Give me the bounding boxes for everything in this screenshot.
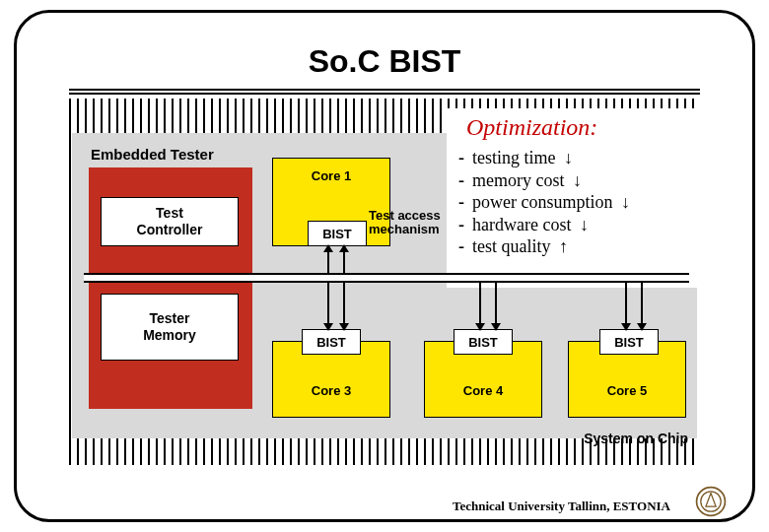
bist-core-3: BIST <box>302 329 361 355</box>
connector <box>625 283 627 329</box>
optimization-item: -test quality ↑ <box>458 235 703 258</box>
connector <box>327 283 329 329</box>
arrowhead-icon <box>323 323 333 331</box>
connector <box>479 283 481 329</box>
connector <box>343 283 345 329</box>
optimization-list: -testing time ↓-memory cost ↓-power cons… <box>447 147 703 258</box>
slide-title: So.C BIST <box>0 43 769 80</box>
arrowhead-icon <box>621 323 631 331</box>
connector <box>495 283 497 329</box>
test-access-label: Test access mechanism <box>369 209 441 237</box>
arrowhead-icon <box>339 323 349 331</box>
optimization-item-text: testing time ↓ <box>472 147 573 169</box>
bullet-dash: - <box>458 147 472 169</box>
arrowhead-icon <box>637 323 647 331</box>
optimization-item: -hardware cost ↓ <box>458 214 703 236</box>
bullet-dash: - <box>458 191 472 214</box>
footer-text: Technical University Tallinn, ESTONIA <box>0 499 769 514</box>
test-controller-label: Test Controller <box>137 205 203 238</box>
optimization-item-text: hardware cost ↓ <box>472 214 589 236</box>
title-rule-1 <box>69 89 700 91</box>
tester-memory-label: Tester Memory <box>143 310 196 344</box>
arrowhead-icon <box>323 244 333 252</box>
bist-core-4: BIST <box>454 329 513 355</box>
optimization-item-text: test quality ↑ <box>472 235 568 258</box>
optimization-item-text: memory cost ↓ <box>472 169 582 192</box>
embedded-tester-label: Embedded Tester <box>91 146 214 163</box>
bullet-dash: - <box>458 169 472 192</box>
bullet-dash: - <box>458 235 472 258</box>
optimization-item-text: power consumption ↓ <box>472 191 630 214</box>
bist-core-1: BIST <box>308 221 367 246</box>
tester-memory-box: Tester Memory <box>101 294 239 361</box>
optimization-box: Optimization: -testing time ↓-memory cos… <box>447 108 703 288</box>
connector <box>641 283 643 329</box>
university-seal-icon <box>694 485 728 518</box>
optimization-item: -testing time ↓ <box>458 147 703 169</box>
arrowhead-icon <box>339 244 349 252</box>
soc-label: System on Chip <box>584 431 688 446</box>
core-1-label: Core 1 <box>273 159 389 183</box>
optimization-item: -power consumption ↓ <box>458 191 703 214</box>
arrowhead-icon <box>491 323 501 331</box>
test-bus <box>84 273 689 283</box>
optimization-item: -memory cost ↓ <box>458 169 703 192</box>
slide: So.C BIST Optimization: -testing time ↓-… <box>0 0 769 532</box>
title-rule-2 <box>69 93 700 95</box>
bist-core-5: BIST <box>599 329 659 355</box>
bullet-dash: - <box>458 214 472 236</box>
test-controller-box: Test Controller <box>101 197 239 246</box>
arrowhead-icon <box>475 323 485 331</box>
optimization-heading: Optimization: <box>447 108 703 147</box>
